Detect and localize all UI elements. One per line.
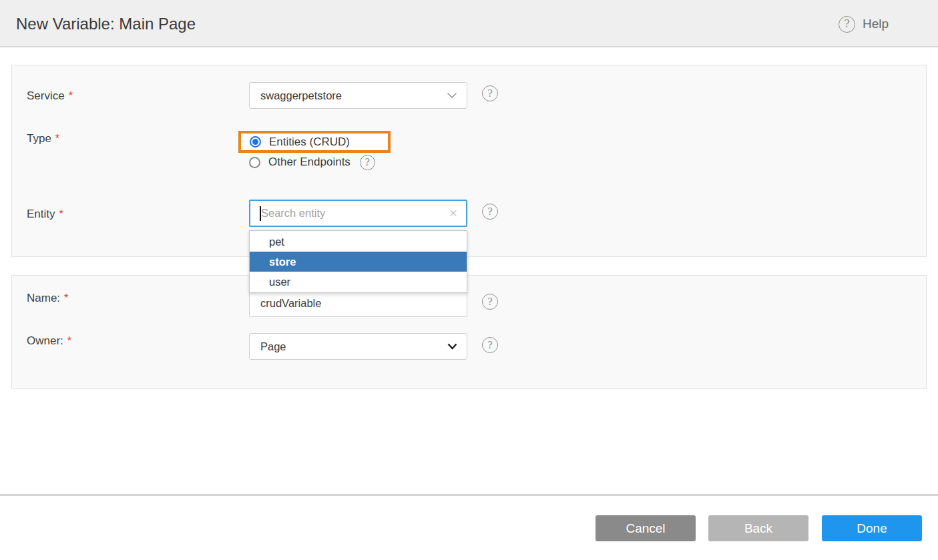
radio-entities-crud-label: Entities (CRUD) <box>269 135 350 149</box>
cancel-button[interactable]: Cancel <box>596 515 696 541</box>
service-label: Service* <box>27 89 73 103</box>
required-asterisk: * <box>67 335 71 346</box>
done-button[interactable]: Done <box>822 515 922 541</box>
service-select[interactable]: swaggerpetstore <box>249 82 467 109</box>
service-type-entity-panel <box>11 65 927 257</box>
radio-other-endpoints-label: Other Endpoints <box>268 156 350 169</box>
entity-search-box: × <box>249 200 467 227</box>
name-owner-panel <box>11 275 927 389</box>
dropdown-item-store[interactable]: store <box>250 252 467 272</box>
name-help-icon[interactable]: ? <box>482 294 498 310</box>
entity-label: Entity* <box>27 207 63 221</box>
footer-divider <box>0 494 938 496</box>
type-help-icon[interactable]: ? <box>360 155 375 170</box>
page-title: New Variable: Main Page <box>16 0 196 47</box>
name-label: Name:* <box>27 291 68 305</box>
radio-selected-icon <box>250 136 261 148</box>
chevron-down-icon <box>447 92 457 99</box>
chevron-down-bold-icon <box>447 343 457 350</box>
radio-other-endpoints[interactable]: Other Endpoints <box>249 156 350 169</box>
dropdown-item-user[interactable]: user <box>250 272 467 292</box>
radio-entities-crud[interactable]: Entities (CRUD) <box>250 135 350 149</box>
owner-select[interactable]: Page <box>249 333 467 360</box>
required-asterisk: * <box>69 90 73 101</box>
service-select-value: swaggerpetstore <box>260 89 342 102</box>
dialog-header: New Variable: Main Page ? Help <box>0 0 938 47</box>
required-asterisk: * <box>55 133 59 144</box>
entity-search-input[interactable] <box>250 201 466 226</box>
type-label: Type* <box>27 131 59 146</box>
required-asterisk: * <box>64 292 68 304</box>
radio-unselected-icon <box>249 157 260 168</box>
service-help-icon[interactable]: ? <box>482 85 498 101</box>
dropdown-item-pet[interactable]: pet <box>250 232 467 252</box>
entity-dropdown-list: pet store user <box>249 230 467 293</box>
text-cursor <box>260 206 261 221</box>
clear-icon[interactable]: × <box>447 206 460 220</box>
back-button[interactable]: Back <box>708 515 808 541</box>
required-asterisk: * <box>59 208 63 220</box>
help-button[interactable]: ? Help <box>839 15 889 33</box>
annotation-highlight-box: Entities (CRUD) <box>238 131 391 153</box>
help-label: Help <box>863 17 889 31</box>
entity-help-icon[interactable]: ? <box>482 204 498 220</box>
help-question-icon: ? <box>839 16 855 33</box>
owner-select-value: Page <box>260 340 286 353</box>
owner-label: Owner:* <box>27 334 71 348</box>
name-input[interactable] <box>249 290 467 317</box>
owner-help-icon[interactable]: ? <box>482 337 498 353</box>
